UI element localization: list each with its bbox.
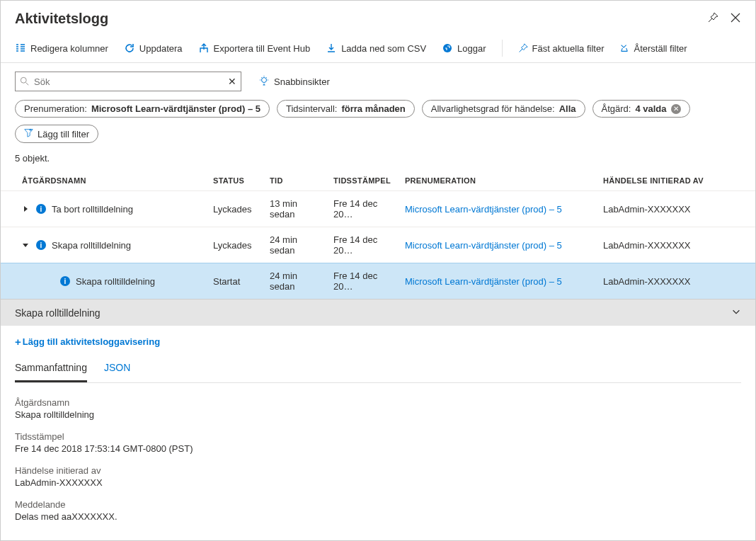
- field-value: LabAdmin-XXXXXXX: [15, 477, 741, 488]
- timestamp-cell: Fre 14 dec 20…: [326, 227, 398, 263]
- chevron-down-icon: [731, 307, 741, 319]
- filter-pill-subscription[interactable]: Prenumeration: Microsoft Learn-värdtjäns…: [15, 100, 270, 118]
- item-count: 5 objekt.: [1, 152, 755, 171]
- chevron-icon[interactable]: [22, 205, 30, 212]
- reset-filters-button[interactable]: Återställ filter: [619, 43, 687, 54]
- subscription-link[interactable]: Microsoft Learn-värdtjänster (prod) – 5: [405, 276, 562, 287]
- export-icon: [198, 42, 210, 54]
- content-scroll[interactable]: ✕ Snabbinsikter Prenumeration: Microsoft…: [1, 63, 755, 535]
- logs-button[interactable]: Loggar: [442, 42, 486, 54]
- time-cell: 24 min sedan: [263, 263, 326, 300]
- action-name: Skapa rolltilldelning: [52, 240, 131, 251]
- status-cell: Lyckades: [206, 227, 263, 263]
- field-label: Roll: [15, 533, 741, 535]
- table-row[interactable]: iSkapa rolltilldelningStartat24 min seda…: [1, 263, 755, 300]
- search-input-wrapper: ✕: [15, 72, 241, 91]
- timestamp-cell: Fre 14 dec 20…: [326, 191, 398, 227]
- col-header-action[interactable]: Åtgärdsnamn: [1, 171, 206, 191]
- add-filter-button[interactable]: Lägg till filter: [15, 125, 98, 143]
- field-label: Åtgärdsnamn: [15, 397, 741, 408]
- insights-icon: [258, 75, 270, 89]
- toolbar: Redigera kolumner Uppdatera Exportera ti…: [1, 34, 755, 63]
- info-icon: i: [60, 276, 70, 286]
- page-title: Aktivitetslogg: [15, 11, 108, 27]
- detail-field: MeddelandeDelas med aaXXXXXXX.: [15, 499, 741, 522]
- tab-json[interactable]: JSON: [104, 358, 130, 382]
- pin-small-icon: [518, 43, 528, 53]
- logs-icon: [442, 42, 453, 54]
- close-icon[interactable]: [730, 12, 741, 25]
- svg-point-1: [21, 77, 26, 83]
- detail-panel: Skapa rolltilldelning + Lägg till aktivi…: [1, 299, 755, 535]
- export-event-hub-button[interactable]: Exportera till Event Hub: [198, 42, 311, 54]
- edit-columns-button[interactable]: Redigera kolumner: [15, 42, 108, 54]
- initiated-by-cell: LabAdmin-XXXXXXX: [596, 263, 755, 300]
- detail-header[interactable]: Skapa rolltilldelning: [1, 300, 755, 326]
- detail-field: ÅtgärdsnamnSkapa rolltilldelning: [15, 397, 741, 420]
- activity-table: Åtgärdsnamn Status Tid Tidsstämpel Prenu…: [1, 171, 755, 299]
- filter-pill-severity[interactable]: Allvarlighetsgrad för händelse: Alla: [422, 100, 585, 118]
- timestamp-cell: Fre 14 dec 20…: [326, 263, 398, 300]
- reset-icon: [619, 43, 629, 53]
- chevron-icon[interactable]: [22, 241, 30, 249]
- col-header-time[interactable]: Tid: [263, 171, 326, 191]
- plus-icon: +: [15, 336, 21, 348]
- status-cell: Lyckades: [206, 191, 263, 227]
- refresh-icon: [124, 42, 135, 54]
- table-row[interactable]: iTa bort rolltilldelningLyckades13 min s…: [1, 191, 755, 227]
- col-header-subscription[interactable]: Prenumeration: [398, 171, 596, 191]
- remove-filter-icon[interactable]: ✕: [671, 104, 681, 114]
- detail-field: RollVirtuell datordeltagare: [15, 533, 741, 535]
- svg-point-2: [262, 77, 267, 82]
- time-cell: 13 min sedan: [263, 191, 326, 227]
- add-filter-icon: [24, 128, 33, 139]
- subscription-link[interactable]: Microsoft Learn-värdtjänster (prod) – 5: [405, 240, 562, 251]
- field-label: Händelse initierad av: [15, 465, 741, 476]
- clear-search-icon[interactable]: ✕: [228, 76, 236, 87]
- field-label: Meddelande: [15, 499, 741, 510]
- search-icon: [20, 76, 30, 86]
- columns-icon: [15, 42, 26, 54]
- info-icon: i: [36, 240, 46, 250]
- toolbar-separator: [502, 40, 503, 57]
- tab-summary[interactable]: Sammanfattning: [15, 358, 87, 382]
- download-icon: [326, 42, 337, 54]
- table-row[interactable]: iSkapa rolltilldelningLyckades24 min sed…: [1, 227, 755, 263]
- field-value: Fre 14 dec 2018 17:53:14 GMT-0800 (PST): [15, 443, 741, 454]
- search-input[interactable]: [30, 76, 228, 87]
- col-header-initiated[interactable]: Händelse initierad av: [596, 171, 755, 191]
- filter-pill-timespan[interactable]: Tidsintervall: förra månaden: [277, 100, 415, 118]
- field-value: Skapa rolltilldelning: [15, 409, 741, 420]
- field-label: Tidsstämpel: [15, 431, 741, 442]
- refresh-button[interactable]: Uppdatera: [124, 42, 183, 54]
- action-name: Skapa rolltilldelning: [76, 276, 155, 287]
- info-icon: i: [36, 204, 46, 214]
- svg-point-0: [443, 44, 452, 52]
- detail-field: Händelse initierad avLabAdmin-XXXXXXX: [15, 465, 741, 488]
- quick-insights-button[interactable]: Snabbinsikter: [258, 75, 330, 89]
- col-header-timestamp[interactable]: Tidsstämpel: [326, 171, 398, 191]
- pin-icon[interactable]: [707, 12, 718, 25]
- time-cell: 24 min sedan: [263, 227, 326, 263]
- add-alert-button[interactable]: + Lägg till aktivitetsloggavisering: [15, 336, 160, 348]
- detail-field: TidsstämpelFre 14 dec 2018 17:53:14 GMT-…: [15, 431, 741, 454]
- field-value: Delas med aaXXXXXXX.: [15, 511, 741, 522]
- col-header-status[interactable]: Status: [206, 171, 263, 191]
- download-csv-button[interactable]: Ladda ned som CSV: [326, 42, 426, 54]
- pin-filters-button[interactable]: Fäst aktuella filter: [518, 43, 605, 54]
- subscription-link[interactable]: Microsoft Learn-värdtjänster (prod) – 5: [405, 204, 562, 215]
- action-name: Ta bort rolltilldelning: [52, 204, 133, 215]
- filter-pill-action[interactable]: Åtgärd: 4 valda✕: [592, 100, 690, 118]
- panel-header: Aktivitetslogg: [1, 1, 755, 34]
- filter-pills: Prenumeration: Microsoft Learn-värdtjäns…: [1, 97, 755, 152]
- status-cell: Startat: [206, 263, 263, 300]
- initiated-by-cell: LabAdmin-XXXXXXX: [596, 227, 755, 263]
- initiated-by-cell: LabAdmin-XXXXXXX: [596, 191, 755, 227]
